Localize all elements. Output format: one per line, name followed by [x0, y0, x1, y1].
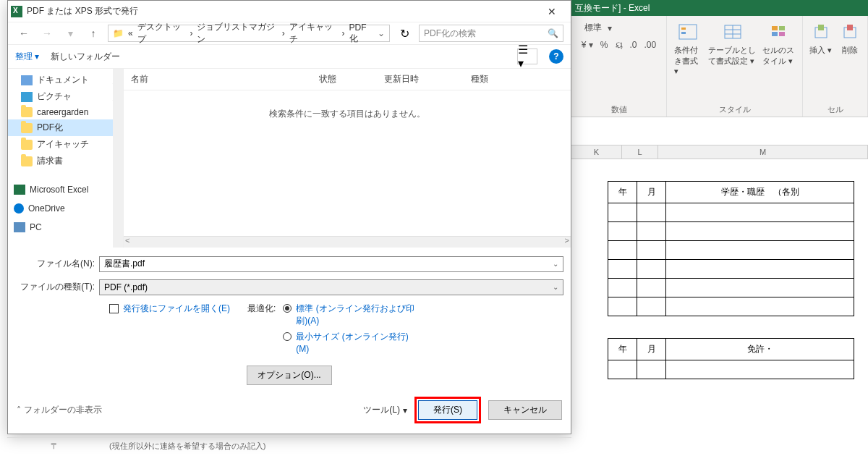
col-status[interactable]: 状態 — [319, 73, 384, 85]
table-icon — [721, 20, 744, 43]
tree-item-0[interactable]: ドキュメント — [8, 72, 123, 88]
dialog-title: PDF または XPS 形式で発行 — [27, 5, 138, 17]
filename-history-dropdown[interactable]: ⌄ — [553, 260, 558, 268]
filename-input[interactable]: 履歴書.pdf ⌄ — [99, 256, 563, 272]
new-folder-button[interactable]: 新しいフォルダー — [51, 51, 120, 63]
chevron-up-icon: ˄ — [17, 405, 21, 415]
folder-icon — [21, 107, 33, 117]
filetype-label: ファイルの種類(T): — [15, 281, 95, 293]
folder-icon — [21, 140, 33, 150]
onedrive-icon — [14, 203, 24, 214]
tree-item-2[interactable]: careergarden — [8, 105, 123, 119]
svg-rect-12 — [818, 25, 824, 30]
optimize-label: 最適化: — [247, 303, 276, 355]
open-after-checkbox[interactable]: 発行後にファイルを開く(E) — [109, 303, 230, 355]
excel-titlebar: 互換モード] - Excel — [571, 0, 868, 16]
list-h-scrollbar[interactable] — [124, 236, 571, 248]
tree-item-7[interactable]: OneDrive — [8, 201, 123, 216]
number-format-dropdown[interactable]: 標準 — [582, 20, 605, 35]
col-header-k[interactable]: K — [571, 145, 622, 159]
col-name[interactable]: 名前 — [131, 73, 319, 85]
back-button[interactable]: ← — [15, 25, 33, 42]
options-button[interactable]: オプション(O)... — [247, 366, 331, 385]
delete-cells-button[interactable]: 削除 — [838, 20, 861, 56]
help-button[interactable]: ? — [549, 49, 563, 64]
col-type[interactable]: 種類 — [471, 73, 536, 85]
filename-label: ファイル名(N): — [15, 258, 95, 270]
percent-icon[interactable]: % — [600, 40, 608, 50]
optimize-min-radio[interactable]: 最小サイズ (オンライン発行)(M) — [283, 331, 419, 355]
currency-icon[interactable]: ¥ ▾ — [582, 40, 593, 50]
folder-icon: 📁 — [113, 28, 124, 38]
publish-highlight: 発行(S) — [414, 397, 481, 423]
folder-tree[interactable]: ドキュメントピクチャcareergardenPDF化アイキャッチ請求書Micro… — [8, 69, 124, 248]
folder-icon — [21, 156, 33, 166]
up-button[interactable]: ↑ — [85, 25, 102, 42]
view-options-button[interactable]: ☰ ▾ — [517, 48, 537, 64]
filetype-dropdown[interactable]: PDF (*.pdf) ⌄ — [99, 279, 563, 295]
worksheet[interactable]: 年 月 学歴・職歴 （各別 年 月 免許・ — [571, 159, 868, 456]
optimize-standard-radio[interactable]: 標準 (オンライン発行および印刷)(A) — [283, 303, 419, 327]
doc-icon — [21, 75, 33, 85]
tree-item-1[interactable]: ピクチャ — [8, 88, 123, 105]
tree-item-8[interactable]: PC — [8, 220, 123, 235]
pc-icon — [14, 222, 25, 232]
cancel-button[interactable]: キャンセル — [488, 400, 562, 420]
conditional-format-button[interactable]: 条件付き書式 ▾ — [674, 20, 702, 76]
col-header-m[interactable]: M — [658, 145, 868, 159]
folder-icon — [21, 123, 33, 133]
insert-cells-button[interactable]: 挿入 ▾ — [809, 20, 833, 56]
hide-folders-toggle[interactable]: ˄ フォルダーの非表示 — [17, 404, 102, 416]
tree-scrollbar[interactable] — [113, 69, 123, 248]
resume-table-1: 年 月 学歴・職歴 （各別 — [608, 181, 854, 316]
cell-styles-button[interactable]: セルのスタイル ▾ — [762, 20, 795, 76]
search-input[interactable]: PDF化の検索 🔍 — [419, 25, 563, 42]
publish-button[interactable]: 発行(S) — [418, 400, 477, 420]
tree-item-3[interactable]: PDF化 — [8, 119, 123, 136]
resume-table-2: 年 月 免許・ — [608, 338, 854, 379]
sheet-bottom-row: 〒 (現住所以外に連絡を希望する場合のみ記入) — [7, 437, 571, 455]
forward-button: → — [38, 25, 56, 42]
column-headers: K L M — [571, 145, 868, 159]
excel-app-icon — [11, 6, 22, 17]
refresh-button[interactable]: ↻ — [396, 25, 413, 42]
search-icon: 🔍 — [548, 28, 558, 38]
empty-message: 検索条件に一致する項目はありません。 — [124, 90, 571, 236]
number-format-caret[interactable]: ▾ — [608, 23, 612, 33]
svg-rect-8 — [779, 26, 785, 30]
tree-item-6[interactable]: Microsoft Excel — [8, 182, 123, 197]
comma-icon[interactable]: ୟ — [616, 40, 623, 50]
decrease-decimal-icon[interactable]: .00 — [644, 40, 657, 50]
file-list[interactable]: 名前 状態 更新日時 種類 検索条件に一致する項目はありません。 — [124, 69, 571, 248]
organize-dropdown[interactable]: 整理 ▾ — [15, 51, 39, 63]
cell-styles-icon — [767, 20, 791, 43]
breadcrumb[interactable]: 📁 « デスクトップ› ジョブリストマガジン› アイキャッチ› PDF化 ⌄ — [108, 25, 390, 42]
tree-item-5[interactable]: 請求書 — [8, 153, 123, 169]
breadcrumb-dropdown[interactable]: ⌄ — [378, 28, 385, 38]
svg-rect-1 — [681, 28, 686, 30]
format-as-table-button[interactable]: テーブルとして書式設定 ▾ — [708, 20, 757, 76]
svg-rect-2 — [681, 32, 686, 34]
excel-ribbon: 標準 ▾ ¥ ▾ % ୟ .0 .00 数値 条件付き書式 ▾ — [571, 16, 868, 117]
col-header-l[interactable]: L — [622, 145, 658, 159]
tools-dropdown[interactable]: ツール(L)▾ — [363, 404, 407, 416]
delete-icon — [838, 20, 861, 43]
pic-icon — [21, 92, 33, 102]
svg-rect-9 — [772, 32, 778, 36]
recent-dropdown[interactable]: ▾ — [61, 25, 79, 42]
cond-format-icon — [676, 20, 699, 43]
col-date[interactable]: 更新日時 — [384, 73, 471, 85]
svg-rect-7 — [772, 26, 778, 30]
publish-dialog: PDF または XPS 形式で発行 ✕ ← → ▾ ↑ 📁 « デスクトップ› … — [7, 0, 571, 434]
svg-rect-10 — [779, 32, 785, 36]
tree-item-4[interactable]: アイキャッチ — [8, 136, 123, 153]
close-button[interactable]: ✕ — [537, 2, 566, 21]
increase-decimal-icon[interactable]: .0 — [630, 40, 637, 50]
excel-icon — [14, 185, 25, 195]
svg-rect-14 — [847, 25, 853, 30]
insert-icon — [809, 20, 833, 43]
